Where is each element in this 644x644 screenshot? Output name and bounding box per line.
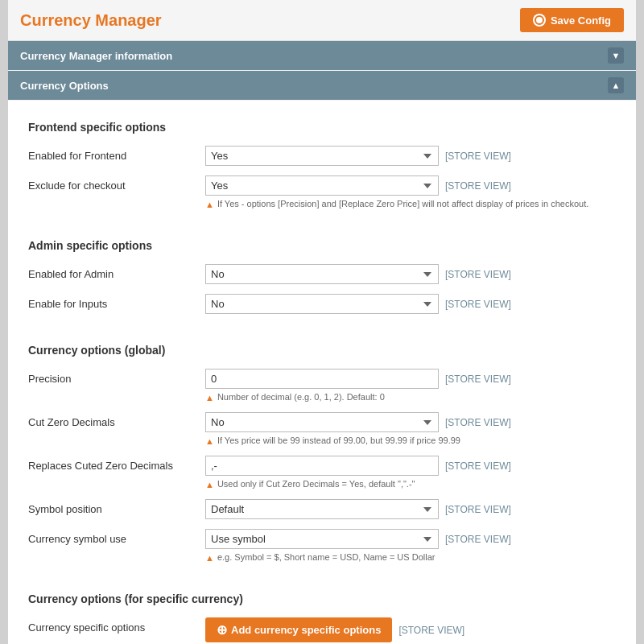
section-options-toggle[interactable]: ▲ xyxy=(608,77,624,93)
exclude-checkout-store-view[interactable]: [STORE VIEW] xyxy=(445,180,511,192)
section-header-options[interactable]: Currency Options ▲ xyxy=(8,71,636,100)
admin-enabled-select-row: No Yes [STORE VIEW] xyxy=(205,264,616,284)
exclude-checkout-select[interactable]: Yes No xyxy=(205,175,439,196)
currency-specific-label: Currency specific options xyxy=(28,617,205,634)
symbol-position-select[interactable]: Default xyxy=(205,499,439,519)
save-icon xyxy=(533,14,546,27)
hint-icon-4: ▲ xyxy=(205,480,214,489)
cut-zero-control: No Yes [STORE VIEW] ▲ If Yes price will … xyxy=(205,412,616,446)
replaces-cuted-control: [STORE VIEW] ▲ Used only if Cut Zero Dec… xyxy=(205,456,616,489)
symbol-position-store-view[interactable]: [STORE VIEW] xyxy=(445,504,511,515)
divider-3 xyxy=(28,572,616,588)
frontend-section: Frontend specific options Enabled for Fr… xyxy=(28,121,616,209)
precision-label: Precision xyxy=(28,369,205,385)
cut-zero-label: Cut Zero Decimals xyxy=(28,412,205,428)
admin-heading: Admin specific options xyxy=(28,239,616,252)
symbol-position-control: Default [STORE VIEW] xyxy=(205,499,616,519)
currency-specific-store-view[interactable]: [STORE VIEW] xyxy=(398,625,464,636)
replaces-cuted-input[interactable] xyxy=(205,456,439,476)
currency-symbol-label: Currency symbol use xyxy=(28,529,205,545)
replaces-cuted-store-view[interactable]: [STORE VIEW] xyxy=(445,460,511,472)
enable-inputs-label: Enable for Inputs xyxy=(28,294,205,310)
section-options-title: Currency Options xyxy=(20,80,109,92)
replaces-cuted-input-row: [STORE VIEW] xyxy=(205,456,616,476)
exclude-checkout-label: Exclude for checkout xyxy=(28,175,205,192)
admin-enabled-control: No Yes [STORE VIEW] xyxy=(205,264,616,284)
frontend-enabled-select[interactable]: Yes No xyxy=(205,146,439,166)
replaces-cuted-hint: ▲ Used only if Cut Zero Decimals = Yes, … xyxy=(205,479,616,489)
specific-heading: Currency options (for specific currency) xyxy=(28,592,616,605)
enable-inputs-row: Enable for Inputs No Yes [STORE VIEW] xyxy=(28,294,616,314)
add-currency-specific-button[interactable]: ⊕ Add currency specific options xyxy=(205,617,392,642)
cut-zero-select[interactable]: No Yes xyxy=(205,412,439,432)
hint-icon-3: ▲ xyxy=(205,436,214,446)
admin-section: Admin specific options Enabled for Admin… xyxy=(28,239,616,314)
add-button-label: Add currency specific options xyxy=(231,624,381,636)
cut-zero-select-row: No Yes [STORE VIEW] xyxy=(205,412,616,432)
currency-symbol-select[interactable]: Use symbol Use short name Use name xyxy=(205,529,439,549)
frontend-heading: Frontend specific options xyxy=(28,121,616,134)
precision-row: Precision [STORE VIEW] ▲ Number of decim… xyxy=(28,369,616,402)
precision-input[interactable] xyxy=(205,369,439,389)
plus-icon: ⊕ xyxy=(217,622,227,638)
app-title: Currency Manager xyxy=(20,11,162,30)
replaces-cuted-hint-text: Used only if Cut Zero Decimals = Yes, de… xyxy=(217,479,415,489)
divider-2 xyxy=(28,324,616,340)
cut-zero-hint: ▲ If Yes price will be 99 instead of 99.… xyxy=(205,436,616,446)
frontend-enabled-store-view[interactable]: [STORE VIEW] xyxy=(445,151,511,162)
replaces-cuted-row: Replaces Cuted Zero Decimals [STORE VIEW… xyxy=(28,456,616,489)
exclude-checkout-select-row: Yes No [STORE VIEW] xyxy=(205,175,616,196)
currency-symbol-hint-text: e.g. Symbol = $, Short name = USD, Name … xyxy=(217,552,436,562)
enable-inputs-control: No Yes [STORE VIEW] xyxy=(205,294,616,314)
currency-symbol-hint: ▲ e.g. Symbol = $, Short name = USD, Nam… xyxy=(205,552,616,563)
specific-section: Currency options (for specific currency)… xyxy=(28,592,616,642)
precision-control: [STORE VIEW] ▲ Number of decimal (e.g. 0… xyxy=(205,369,616,402)
admin-enabled-row: Enabled for Admin No Yes [STORE VIEW] xyxy=(28,264,616,284)
currency-symbol-select-row: Use symbol Use short name Use name [STOR… xyxy=(205,529,616,549)
content-area: Frontend specific options Enabled for Fr… xyxy=(8,101,636,644)
currency-specific-control: ⊕ Add currency specific options [STORE V… xyxy=(205,617,616,642)
precision-hint-text: Number of decimal (e.g. 0, 1, 2). Defaul… xyxy=(217,392,385,402)
precision-store-view[interactable]: [STORE VIEW] xyxy=(445,374,511,385)
frontend-enabled-select-row: Yes No [STORE VIEW] xyxy=(205,146,616,166)
exclude-checkout-hint-text: If Yes - options [Precision] and [Replac… xyxy=(217,199,588,208)
top-bar: Currency Manager Save Config xyxy=(8,0,636,41)
currency-specific-btn-row: ⊕ Add currency specific options [STORE V… xyxy=(205,617,616,642)
section-header-info[interactable]: Currency Manager information ▼ xyxy=(8,41,636,70)
section-info-title: Currency Manager information xyxy=(20,50,172,62)
frontend-enabled-control: Yes No [STORE VIEW] xyxy=(205,146,616,166)
currency-symbol-control: Use symbol Use short name Use name [STOR… xyxy=(205,529,616,563)
precision-hint: ▲ Number of decimal (e.g. 0, 1, 2). Defa… xyxy=(205,392,616,402)
exclude-checkout-row: Exclude for checkout Yes No [STORE VIEW]… xyxy=(28,175,616,209)
global-section: Currency options (global) Precision [STO… xyxy=(28,344,616,563)
admin-enabled-label: Enabled for Admin xyxy=(28,264,205,280)
currency-specific-row: Currency specific options ⊕ Add currency… xyxy=(28,617,616,642)
save-config-button[interactable]: Save Config xyxy=(520,8,624,32)
currency-symbol-store-view[interactable]: [STORE VIEW] xyxy=(445,534,511,545)
cut-zero-hint-text: If Yes price will be 99 instead of 99.00… xyxy=(217,436,460,445)
exclude-checkout-hint: ▲ If Yes - options [Precision] and [Repl… xyxy=(205,199,616,209)
page-wrapper: Currency Manager Save Config Currency Ma… xyxy=(8,0,636,644)
enable-inputs-select[interactable]: No Yes xyxy=(205,294,439,314)
admin-enabled-select[interactable]: No Yes xyxy=(205,264,439,284)
hint-icon: ▲ xyxy=(205,200,214,209)
enable-inputs-select-row: No Yes [STORE VIEW] xyxy=(205,294,616,314)
global-heading: Currency options (global) xyxy=(28,344,616,357)
replaces-cuted-label: Replaces Cuted Zero Decimals xyxy=(28,456,205,472)
precision-input-row: [STORE VIEW] xyxy=(205,369,616,389)
divider-1 xyxy=(28,219,616,235)
symbol-position-label: Symbol position xyxy=(28,499,205,515)
currency-symbol-row: Currency symbol use Use symbol Use short… xyxy=(28,529,616,563)
hint-icon-5: ▲ xyxy=(205,553,214,563)
symbol-position-row: Symbol position Default [STORE VIEW] xyxy=(28,499,616,519)
hint-icon-2: ▲ xyxy=(205,393,214,402)
frontend-enabled-row: Enabled for Frontend Yes No [STORE VIEW] xyxy=(28,146,616,166)
save-button-label: Save Config xyxy=(551,14,611,27)
exclude-checkout-control: Yes No [STORE VIEW] ▲ If Yes - options [… xyxy=(205,175,616,209)
frontend-enabled-label: Enabled for Frontend xyxy=(28,146,205,162)
enable-inputs-store-view[interactable]: [STORE VIEW] xyxy=(445,299,511,310)
cut-zero-store-view[interactable]: [STORE VIEW] xyxy=(445,417,511,428)
section-info-toggle[interactable]: ▼ xyxy=(608,47,624,64)
cut-zero-row: Cut Zero Decimals No Yes [STORE VIEW] ▲ … xyxy=(28,412,616,446)
admin-enabled-store-view[interactable]: [STORE VIEW] xyxy=(445,269,511,280)
